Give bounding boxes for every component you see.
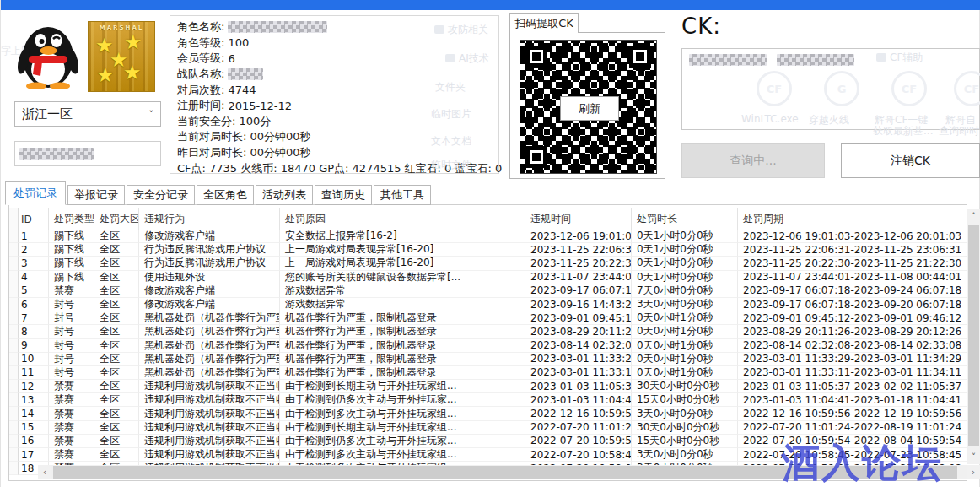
vertical-scroll-thumb[interactable] [968,225,979,446]
table-cell: 封号 [49,339,94,353]
table-cell: 全区 [94,298,139,311]
column-header-0[interactable]: ID [19,208,49,230]
table-row[interactable]: 6封号全区修改游戏客户端游戏数据异常2023-09-16 14:43:293天0… [9,298,967,311]
info-label: 昨日对局时长: [177,145,246,160]
table-row[interactable]: 12禁赛全区违规利用游戏机制获取不正当收...由于检测到长期主动与开外挂玩家组.… [9,380,967,393]
table-cell: 由于检测到仍多次主动与开外挂玩家... [280,435,525,448]
table-cell: 2022-12-16 10:59:56-2022-12-19 10:59:56 [738,407,967,420]
table-row[interactable]: 15禁赛全区违规利用游戏机制获取不正当收...由于检测到长期主动与开外挂玩家组.… [9,421,967,435]
table-cell: 2023-08-29 20:11:26-2023-08-29 20:12:26 [738,325,967,338]
table-cell: 30天0小时0分0秒 [632,421,738,435]
horizontal-scroll-thumb[interactable] [53,466,957,479]
column-header-7[interactable]: 处罚周期 [738,208,967,230]
table-cell: 全区 [94,243,139,257]
query-button[interactable]: 查询中... [681,143,825,178]
table-cell: 6 [19,298,49,311]
table-cell: 机器作弊行为严重，限制机器登录 [280,353,525,366]
info-line: 会员等级:6 [177,51,498,67]
table-cell: 2023-03-01 11:33:29 [525,353,632,366]
table-row[interactable]: 9封号全区黑机器处罚（机器作弊行为严重）机器作弊行为严重，限制机器登录2023-… [9,339,967,353]
table-row[interactable]: 2踢下线全区行为违反腾讯游戏用户协议上一局游戏对局表现异常[16-20]2023… [9,243,967,257]
table-row[interactable]: 10封号全区黑机器处罚（机器作弊行为严重）机器作弊行为严重，限制机器登录2023… [9,353,967,366]
punish-record-grid: ID处罚类型处罚大区违规行为处罚原因违规时间处罚时长处罚周期 1踢下线全区修改游… [8,204,967,481]
desktop-ghost-label: 查询即时 [939,124,979,138]
table-cell: 修改游戏客户端 [139,230,280,243]
qq-penguin-icon [18,19,78,89]
info-value: 00分钟00秒 [250,145,310,160]
tab-bar: 处罚记录举报记录安全分记录全区角色活动列表查询历史其他工具 [5,181,433,205]
table-cell: 2023-09-17 06:07:18-2023-09-24 06:07:18 [738,284,967,298]
table-cell: 踢下线 [49,271,94,284]
table-cell: 2023-08-14 02:32:08-2023-08-14 02:33:08 [738,339,967,353]
window-title-bar[interactable] [1,0,980,10]
tab-3[interactable]: 全区角色 [197,185,254,205]
table-cell: 机器作弊行为严重，限制机器登录 [280,325,525,338]
account-id-field[interactable] [14,141,161,166]
table-cell: 2022-07-20 10:59:54-2022-08-04 10:59:54 [738,435,967,448]
account-info-panel: 角色名称:角色等级:100会员等级:6战队名称:对局次数:4744注册时间:20… [170,15,499,174]
scroll-left-icon[interactable]: ‹ [38,465,51,479]
table-row[interactable]: 1踢下线全区修改游戏客户端安全数据上报异常[16-2]2023-12-06 19… [9,230,967,243]
medal-title: MARSHAL [89,24,154,31]
info-line: 当前对局时长:00分钟00秒 [177,129,498,145]
table-cell: 2022-07-20 10:59:54 [525,435,632,448]
table-row[interactable]: 16禁赛全区违规利用游戏机制获取不正当收...由于检测到仍多次主动与开外挂玩家.… [9,435,967,448]
info-label: 战队名称: [177,67,224,82]
info-value: 6 [228,52,234,65]
table-row[interactable]: 14禁赛全区违规利用游戏机制获取不正当收...由于检测到多次主动与开外挂玩家组.… [9,407,967,420]
tab-1[interactable]: 举报记录 [67,185,125,205]
column-header-4[interactable]: 处罚原因 [280,208,525,230]
horizontal-scrollbar[interactable]: ‹ › [38,465,980,479]
table-cell: 2023-01-03 11:04:41-2023-01-18 11:04:41 [738,393,967,407]
table-row[interactable]: 8封号全区黑机器处罚（机器作弊行为严重）机器作弊行为严重，限制机器登录2023-… [9,325,967,338]
table-row[interactable]: 7封号全区黑机器处罚（机器作弊行为严重）机器作弊行为严重，限制机器登录2023-… [9,311,967,325]
info-value: 100分 [239,114,271,129]
info-line: 战队名称: [177,67,498,83]
region-select-value: 浙江一区 [22,106,73,122]
table-cell: 您的账号所关联的键鼠设备数据异常[... [280,271,525,284]
column-header-2[interactable]: 处罚大区 [94,208,139,230]
column-header-6[interactable]: 处罚时长 [632,208,738,230]
column-header-1[interactable]: 处罚类型 [49,208,94,230]
scroll-right-icon[interactable]: › [967,465,980,479]
ghost-g-icon: G [824,71,859,106]
tab-2[interactable]: 安全分记录 [127,185,195,205]
table-cell: 违规利用游戏机制获取不正当收... [139,407,280,420]
tab-5[interactable]: 查询历史 [315,185,372,205]
tab-0[interactable]: 处罚记录 [5,181,66,205]
table-row[interactable]: 4踢下线全区使用违规外设您的账号所关联的键鼠设备数据异常[...2023-11-… [9,271,967,284]
column-header-5[interactable]: 违规时间 [525,208,632,230]
vertical-scrollbar[interactable]: ˄ ˅ [967,209,980,464]
region-select[interactable]: 浙江一区 ˅ [14,101,161,127]
table-cell: 行为违反腾讯游戏用户协议 [139,243,280,257]
scroll-down-icon[interactable]: ˅ [967,450,980,464]
table-cell: 禁赛 [49,435,94,448]
table-cell: 14 [19,407,49,420]
ck-title: CK: [681,14,721,39]
table-row[interactable]: 11封号全区黑机器处罚（机器作弊行为严重）机器作弊行为严重，限制机器登录2023… [9,366,967,380]
logout-ck-button[interactable]: 注销CK [841,143,980,178]
table-cell: 修改游戏客户端 [139,284,280,298]
table-cell: 全区 [94,435,139,448]
info-line: 对局次数:4744 [177,82,498,98]
scroll-up-icon[interactable]: ˄ [967,209,980,224]
column-header-3[interactable]: 违规行为 [139,208,280,230]
ck-value-box[interactable]: CF辅助 CF G CF CF WinLTC.exe穿越火线辉哥CF一键辉哥自获… [681,48,980,130]
table-row[interactable]: 17禁赛全区违规利用游戏机制获取不正当收...由于检测到多次主动与开外挂玩家组.… [9,448,967,462]
table-cell: 0天0小时1分0秒 [632,353,738,366]
desktop-ghost-label: 辉哥自 [945,113,976,127]
table-cell: 禁赛 [49,393,94,407]
table-cell: 全区 [94,393,139,407]
table-cell: 封号 [49,311,94,325]
tab-6[interactable]: 其他工具 [374,185,431,205]
refresh-button[interactable]: 刷新 [560,96,619,121]
table-cell: 12 [19,380,49,393]
table-row[interactable]: 13禁赛全区违规利用游戏机制获取不正当收...由于检测到仍多次主动与开外挂玩家.… [9,393,967,407]
row-gutter [9,462,19,475]
table-row[interactable]: 3踢下线全区行为违反腾讯游戏用户协议上一局游戏对局表现异常[16-20]2023… [9,257,967,270]
censored-ck-text [689,54,767,66]
qr-finder-icon [525,46,547,68]
tab-4[interactable]: 活动列表 [256,185,313,205]
table-cell: 2023-11-25 20:22:30 [525,257,632,270]
table-row[interactable]: 5禁赛全区修改游戏客户端游戏数据异常2023-09-17 06:07:187天0… [9,284,967,298]
